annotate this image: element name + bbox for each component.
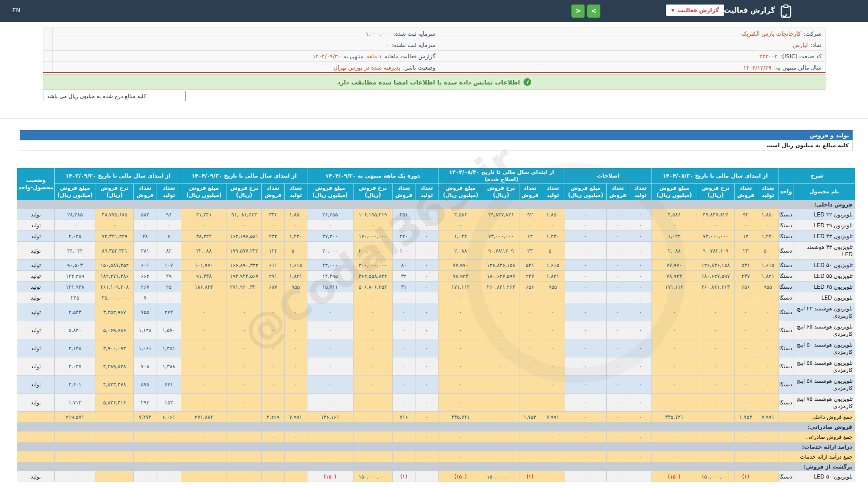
value-cell: ۰ — [541, 357, 565, 375]
report-type-dropdown[interactable]: گزارش فعالیت ▼ — [666, 5, 724, 16]
value-cell: ۱۸۶,۸۲۳ — [181, 282, 226, 292]
product-name-cell: تلویزیون ۵۰ LED — [793, 471, 855, 482]
value-cell: ۰ — [519, 321, 541, 339]
value-cell: ۰ — [438, 292, 483, 303]
value-cell: ۷,۲۷۲ — [134, 412, 156, 422]
sub-column-header: مبلغ فروش (میلیون ریال) — [181, 184, 226, 200]
sub-column-header: تعداد تولید — [541, 184, 565, 200]
value-cell: ۴,۵۸۶ — [651, 209, 697, 220]
value-cell: ۴۹,۸۴۷,۸۲۶ — [483, 209, 519, 220]
value-cell: ۰ — [415, 292, 438, 303]
table-row: تلویزیون هوشمند ۵۸ اینچ کارمزدیدستگاه۰۰۰… — [17, 375, 855, 394]
value-cell: ۰ — [483, 303, 519, 321]
value-cell: ۱,۸۴۱ — [284, 271, 307, 282]
value-cell: ۲۵۱ — [392, 209, 415, 220]
value-cell: ۰ — [757, 394, 778, 412]
value-cell: ۰ — [734, 303, 757, 321]
section-label: درآمد ارائه خدمات: — [17, 442, 855, 451]
value-cell: ۰ — [734, 220, 757, 231]
value-cell: ۱,۶۱۵ — [757, 260, 778, 271]
value-cell: ۹۰,۷۸۲,۶۰۹ — [697, 242, 734, 260]
value-cell: ۰ — [606, 375, 629, 394]
value-cell: ۱۵۰,۰۰۰,۰۰۰ — [483, 471, 519, 482]
value-cell: ۰ — [483, 321, 519, 339]
value-cell: ۸۲ — [156, 242, 181, 260]
value-cell: ۲,۰۸۸ — [438, 242, 483, 260]
product-name-cell: تلویزیون هوشمند ۵۰ اینچ کارمزدی — [793, 339, 855, 357]
value-cell: ۰ — [541, 220, 565, 231]
value-cell: ۴۷۱ — [262, 271, 284, 282]
table-row: تلویزیون هوشمند ۶۵ اینچ کارمزدیدستگاه۰۰۰… — [17, 321, 855, 339]
language-toggle-en[interactable]: EN — [12, 7, 20, 14]
signed-info-notice: i اطلاعات نمایش داده شده با اطلاعات امضا… — [43, 74, 826, 90]
value-cell: ۰ — [757, 321, 778, 339]
value-cell: ۰ — [483, 220, 519, 231]
status-cell: تولید — [17, 282, 55, 292]
value-cell: ۰ — [262, 292, 284, 303]
value-cell: ۰ — [95, 220, 134, 231]
value-cell: ۰ — [415, 260, 438, 271]
value-cell: ۰ — [606, 394, 629, 412]
value-cell: ۲,۰۲۵ — [55, 231, 95, 242]
value-cell: ۰ — [629, 242, 651, 260]
value-cell: ۹۱,۳۳۸ — [181, 271, 226, 282]
value-cell: ۰ — [606, 282, 629, 292]
value-cell: ۰ — [629, 231, 651, 242]
value-cell: ۱,۳۸۸ — [156, 357, 181, 375]
value-cell: ۰ — [565, 357, 606, 375]
value-cell: (۱۵۰) — [438, 471, 483, 482]
company-value: کارخانجات پارس الکتریک — [742, 30, 801, 37]
issuer-status-label: وضعیت ناشر: — [403, 64, 435, 71]
value-cell: ۲۰۰,۰۰۰,۰۰۰ — [353, 242, 392, 260]
group-header: از ابتدای سال مالی تا تاریخ ۱۴۰۳/۰۹/۳۰ — [55, 168, 181, 184]
value-cell: ۰ — [262, 357, 284, 375]
value-cell: ۳۶۴,۵۵۸,۸۲۴ — [353, 271, 392, 282]
value-cell: ۱,۲۳۰ — [757, 231, 778, 242]
value-cell: ۲۲,۰۸۸ — [181, 242, 226, 260]
monthly-activity-report-page: گزارش فعالیت ماهانه گزارش فعالیت ▼ < > E… — [0, 0, 868, 488]
value-cell: ۴۱۹,۵۷۱ — [55, 412, 95, 422]
value-cell: ۳۷,۴۰۰ — [307, 231, 353, 242]
value-cell: ۸۹,۳۵۴,۳۳۱ — [95, 242, 134, 260]
value-cell: ۰ — [629, 432, 651, 442]
value-cell: ۳۳۵,۷۲۱ — [438, 412, 483, 422]
sub-column-header: مبلغ فروش (میلیون ریال) — [651, 184, 697, 200]
value-cell: ۰ — [697, 292, 734, 303]
value-cell: ۰ — [757, 303, 778, 321]
value-cell: ۹۰,۷۸۲,۶۰۹ — [483, 242, 519, 260]
value-cell: ۲۶۰,۸۴۱,۴۶۳ — [697, 282, 734, 292]
value-cell: ۰ — [629, 451, 651, 462]
top-bar: گزارش فعالیت ماهانه گزارش فعالیت ▼ < > E… — [0, 0, 868, 22]
table-row: تلویزیون هوشمند ۵۵ اینچ کارمزدیدستگاه۰۰۰… — [17, 357, 855, 375]
group-header: اصلاحات — [565, 168, 651, 184]
header-group-row: شرحاز ابتدای سال مالی تا تاریخ ۱۴۰۴/۰۸/۳… — [17, 168, 855, 184]
sub-column-header: تعداد فروش — [606, 184, 629, 200]
status-cell — [17, 412, 55, 422]
value-cell: ۰ — [565, 271, 606, 282]
value-cell: ۵۰۰ — [757, 242, 778, 260]
product-name-cell: تلویزیون ۴۳ LED — [793, 231, 855, 242]
section-row: فروش داخلی: — [17, 200, 855, 209]
value-cell: ۴,۵۸۶ — [438, 209, 483, 220]
sub-column-header: نرخ فروش (ریال) — [353, 184, 392, 200]
value-cell: ۱۸۰,۶۴۷,۵۹۷ — [483, 271, 519, 282]
clipboard-icon — [780, 5, 793, 18]
value-cell: ۷,۹۹۱ — [284, 412, 307, 422]
value-cell: ۵۰۰ — [284, 242, 307, 260]
value-cell: ۰ — [519, 451, 541, 462]
unit-cell: دستگاه — [778, 471, 793, 482]
value-cell: ۴۷۲ — [156, 303, 181, 321]
report-nav-buttons: < > — [571, 5, 600, 18]
previous-report-button[interactable]: < — [571, 5, 585, 18]
unregistered-capital-value: ۰ — [386, 42, 389, 48]
next-report-button[interactable]: > — [587, 5, 600, 18]
value-cell: ۲,۴۶۹ — [262, 412, 284, 422]
value-cell: ۰ — [734, 451, 757, 462]
value-cell: ۱۵۴ — [156, 394, 181, 412]
production-table: شرحاز ابتدای سال مالی تا تاریخ ۱۴۰۴/۰۸/۳… — [17, 168, 855, 482]
sub-column-header: تعداد تولید — [415, 184, 438, 200]
value-cell: ۷ — [134, 292, 156, 303]
value-cell: ۶۶۱ — [156, 375, 181, 394]
value-cell: ۰ — [629, 375, 651, 394]
value-cell: ۰ — [262, 303, 284, 321]
